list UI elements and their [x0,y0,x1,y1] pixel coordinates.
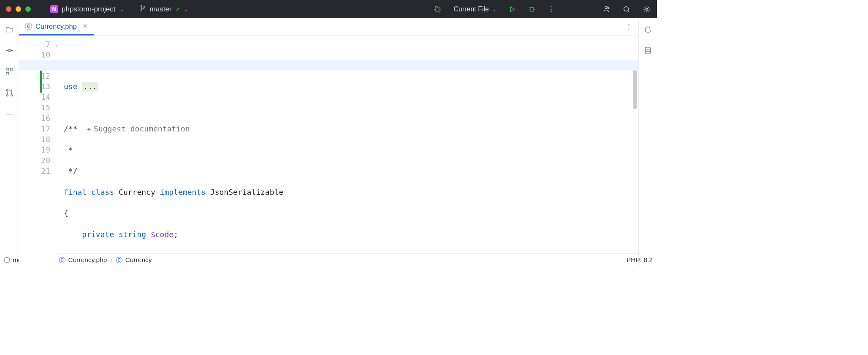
line-number[interactable]: 18 [19,134,50,145]
minimize-window-icon[interactable] [16,6,21,12]
settings-icon[interactable] [643,5,651,14]
keyword-private: private [82,230,114,239]
database-tool-icon[interactable] [643,45,653,55]
svg-rect-10 [10,68,13,71]
fold-expand-icon[interactable]: › [54,40,58,51]
line-number[interactable]: 15 [19,102,50,113]
svg-point-14 [11,94,12,96]
branch-name: master [150,5,172,14]
keyword-final: final [64,188,87,197]
semicolon: ; [174,230,178,239]
right-tool-rail [638,18,657,266]
module-icon [4,257,10,263]
property-code: $code [151,230,174,239]
sparkle-icon: ✦ [87,123,91,134]
line-number[interactable]: 14 [19,92,50,102]
code-editor[interactable]: 7› 10 11 12 13 14 15 16 17 18 19 20 21 u… [19,36,638,266]
editor-tabs: C Currency.php ✕ ⋮ [19,18,638,36]
svg-point-3 [436,8,439,11]
close-tab-icon[interactable]: ✕ [83,22,88,30]
run-button[interactable] [508,5,516,13]
project-badge-icon: M [50,5,58,13]
class-name: Currency [119,188,155,197]
more-actions-button[interactable]: ⋮ [548,5,555,14]
line-number[interactable]: 17 [19,123,50,134]
pull-requests-tool-icon[interactable] [4,87,14,98]
svg-point-5 [605,6,608,8]
svg-point-21 [645,47,650,49]
svg-point-7 [646,8,648,10]
line-number[interactable]: 20 [19,155,50,166]
project-tool-icon[interactable] [4,24,14,34]
titlebar-actions: Current File ⌄ ⋮ [433,5,651,14]
class-file-icon: C [25,23,32,30]
svg-point-0 [141,5,142,6]
run-config-selector[interactable]: Current File ⌄ [453,5,496,13]
ai-suggest-label: Suggest documentation [94,123,190,134]
brace-open: { [64,209,68,218]
ai-suggest-documentation[interactable]: ✦Suggest documentation [87,123,190,134]
branch-icon [139,5,146,14]
run-config-label: Current File [453,5,489,13]
push-arrow-icon: ↗ [175,6,180,12]
svg-point-6 [624,6,629,11]
code-content[interactable]: use ... /** ✦Suggest documentation * */ … [58,36,632,266]
interface-name: JsonSerializable [210,188,283,197]
notifications-icon[interactable] [643,24,653,34]
tab-currency-php[interactable]: C Currency.php ✕ [19,18,94,36]
line-number[interactable]: 19 [19,145,50,155]
svg-point-2 [144,6,145,7]
search-everywhere-icon[interactable] [622,5,631,14]
window-controls [6,6,45,12]
chevron-down-icon: ⌄ [492,6,496,12]
keyword-string: string [119,230,146,239]
docblock-body: * [64,145,73,154]
commit-tool-icon[interactable] [4,45,14,55]
svg-point-1 [141,9,142,11]
keyword-implements: implements [160,188,206,197]
chevron-down-icon: ⌄ [184,6,188,12]
tab-more-icon[interactable]: ⋮ [619,18,638,35]
tab-label: Currency.php [35,22,77,30]
current-line-highlight [19,60,638,71]
svg-rect-9 [6,68,8,71]
svg-point-4 [530,8,534,12]
left-tool-rail: ⋯ [0,18,19,266]
keyword-use: use [64,82,78,91]
titlebar: M phpstorm-project ⌄ master ↗ ⌄ Current … [0,0,657,18]
keyword-class: class [91,188,114,197]
line-number[interactable]: 16 [19,113,50,123]
line-number[interactable]: 12 [19,71,50,81]
svg-point-12 [6,89,8,91]
debug-button[interactable] [528,5,536,13]
structure-tool-icon[interactable] [4,66,14,76]
svg-rect-11 [6,72,8,75]
line-number[interactable]: 21 [19,166,50,176]
folded-placeholder[interactable]: ... [82,82,98,91]
more-tools-icon[interactable]: ⋯ [4,109,14,119]
project-selector[interactable]: M phpstorm-project ⌄ [50,5,124,14]
ide-bug-icon[interactable] [433,5,442,14]
scrollbar-thumb[interactable] [633,68,637,109]
svg-point-13 [6,94,8,96]
chevron-down-icon: ⌄ [120,6,124,12]
editor-area: C Currency.php ✕ ⋮ 7› 10 11 12 13 14 15 … [19,18,638,266]
code-with-me-icon[interactable] [602,5,610,14]
close-window-icon[interactable] [6,6,11,12]
line-number[interactable]: 10 [19,49,50,60]
fullscreen-window-icon[interactable] [25,6,31,12]
svg-point-8 [8,49,11,52]
project-name: phpstorm-project [62,5,116,14]
branch-selector[interactable]: master ↗ ⌄ [139,5,188,14]
docblock-close: */ [64,167,78,175]
line-number[interactable]: 7› [19,39,50,49]
docblock-open: /** [64,124,78,133]
line-number[interactable]: 13 [19,81,50,92]
